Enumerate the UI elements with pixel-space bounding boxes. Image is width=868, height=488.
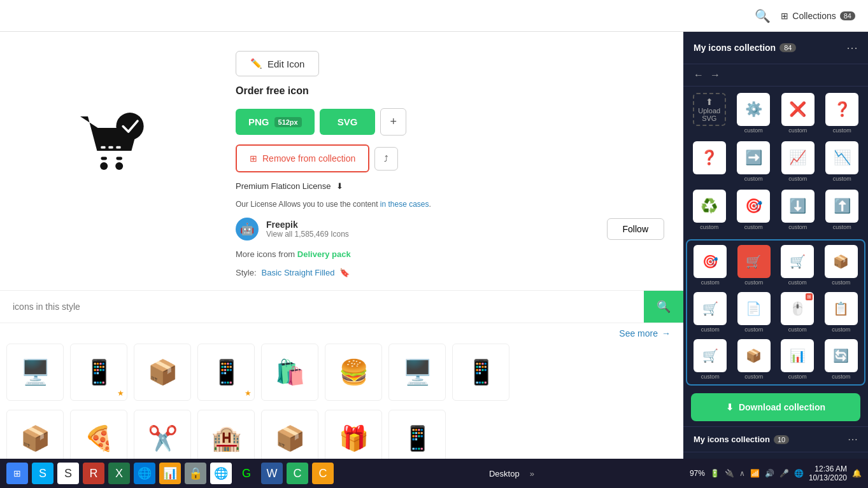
- png-download-button[interactable]: PNG 512px: [236, 109, 315, 135]
- nav-arrows: ← →: [683, 64, 868, 87]
- coll-icon-box: ⚙️: [737, 93, 770, 126]
- icon-item[interactable]: 🖥️: [6, 344, 64, 401]
- collection-icon: ⊞: [250, 153, 257, 164]
- start-button[interactable]: ⊞: [6, 463, 28, 484]
- icon-item[interactable]: 🖥️: [388, 344, 446, 401]
- hl-icon-box: 📦: [825, 245, 858, 278]
- icon-item[interactable]: 🏨: [197, 410, 255, 459]
- coll-icon-chart-down[interactable]: 📉 custom: [822, 139, 864, 185]
- icon-item[interactable]: 📱: [452, 344, 509, 401]
- hl-icon-doc2[interactable]: 📋 custom: [821, 290, 862, 335]
- collection-menu-button[interactable]: ⋯: [846, 41, 858, 55]
- search-input[interactable]: [0, 293, 644, 321]
- taskbar-skype[interactable]: S: [32, 463, 53, 484]
- taskbar-c-yellow[interactable]: C: [312, 463, 334, 484]
- icon-item[interactable]: 📱★: [70, 344, 127, 401]
- follow-button[interactable]: Follow: [607, 218, 664, 240]
- main-area: ✏️ Edit Icon Order free icon PNG 512px S…: [0, 32, 868, 459]
- edit-icon-label: Edit Icon: [267, 59, 304, 69]
- coll-icon-x[interactable]: ❌ custom: [777, 90, 819, 136]
- collection-row: ⊞ Remove from collection ⤴: [236, 144, 664, 172]
- see-more-link[interactable]: See more →: [619, 328, 671, 338]
- icon-item[interactable]: 🎁: [325, 410, 382, 459]
- author-row: 🤖 Freepik View all 1,585,469 Icons Follo…: [236, 218, 664, 241]
- size-badge: 512px: [274, 117, 302, 127]
- style-link[interactable]: Basic Straight Filled: [262, 268, 335, 277]
- taskbar-chrome[interactable]: 🌐: [210, 463, 232, 484]
- search-button[interactable]: 🔍: [755, 8, 771, 24]
- hl-icon-chart2[interactable]: 📊 custom: [777, 337, 818, 382]
- coll-icon-gear[interactable]: ⚙️ custom: [733, 90, 775, 136]
- svg-rect-5: [101, 146, 105, 149]
- coll-icon-box: ⬇️: [781, 190, 815, 223]
- taskbar-ie[interactable]: 🌐: [134, 463, 155, 484]
- plus-button[interactable]: +: [380, 108, 406, 136]
- share-button[interactable]: ⤴: [374, 147, 398, 171]
- taskbar-word[interactable]: W: [261, 463, 283, 484]
- coll-icon-box: ❓: [825, 93, 858, 126]
- taskbar-left: ⊞ S S R X 🌐 📊 🔒 🌐 G W C C: [6, 463, 334, 484]
- search-submit-button[interactable]: 🔍: [644, 291, 683, 323]
- icon-item[interactable]: 🛍️: [261, 344, 318, 401]
- coll-icon-q2[interactable]: ❓: [688, 139, 730, 185]
- coll-icon-arrow[interactable]: ➡️ custom: [733, 139, 775, 185]
- hl-icon-cart2[interactable]: 🛒 custom: [777, 243, 818, 288]
- back-button[interactable]: ←: [694, 69, 704, 81]
- taskbar-excel[interactable]: X: [108, 463, 130, 484]
- coll-icon-q1[interactable]: ❓ custom: [822, 90, 864, 136]
- taskbar-lock[interactable]: 🔒: [185, 463, 206, 484]
- hl-icon-box2[interactable]: 📦 custom: [734, 337, 775, 382]
- chevron-up-icon[interactable]: ∧: [739, 469, 745, 478]
- coll-icon-box: ❌: [781, 93, 815, 126]
- forward-button[interactable]: →: [710, 69, 720, 81]
- hl-icon-cart4[interactable]: 🛒 custom: [690, 337, 731, 382]
- network-icon: 🌐: [794, 469, 804, 478]
- icon-item[interactable]: 📦: [134, 344, 191, 401]
- icon-item[interactable]: ✂️: [134, 410, 191, 459]
- icon-item[interactable]: 📦: [261, 410, 318, 459]
- icon-item[interactable]: 🍕: [70, 410, 127, 459]
- hl-icon-doc1[interactable]: 📄 custom: [734, 290, 775, 335]
- license-link[interactable]: in these cases: [380, 200, 429, 209]
- svg-rect-6: [108, 146, 113, 149]
- taskbar-g[interactable]: G: [236, 463, 257, 484]
- hl-icon-cart1[interactable]: 🛒 custom: [734, 243, 775, 288]
- edit-icon: ✏️: [250, 58, 262, 69]
- upload-icon-item[interactable]: ⬆ Upload SVG: [688, 90, 730, 136]
- top-icons-grid: ⬆ Upload SVG ⚙️ custom ❌ custom ❓ custom…: [683, 87, 868, 237]
- speaker-icon: 🔊: [765, 469, 774, 478]
- style-row: Style: Basic Straight Filled 🔖: [236, 268, 664, 277]
- icon-item[interactable]: 📦: [6, 410, 64, 459]
- taskbar-charts[interactable]: 📊: [159, 463, 181, 484]
- coll-icon-down2[interactable]: ⬇️ custom: [777, 187, 819, 233]
- svg-download-button[interactable]: SVG: [320, 109, 376, 135]
- hl-icon-box1[interactable]: 📦 custom: [821, 243, 862, 288]
- icon-item[interactable]: 📱★: [197, 344, 255, 401]
- icons-row-1: 🖥️ 📱★ 📦 📱★ 🛍️ 🍔 🖥️ 📱: [0, 344, 683, 401]
- remove-from-collection-button[interactable]: ⊞ Remove from collection: [236, 144, 369, 172]
- coll-icon-recycle[interactable]: ♻️ custom: [688, 187, 730, 233]
- download-collection-button[interactable]: ⬇ Download collection: [691, 393, 860, 421]
- lower-coll-menu-1[interactable]: ⋯: [848, 433, 858, 445]
- taskbar-r[interactable]: R: [83, 463, 104, 484]
- taskbar-word-s[interactable]: S: [57, 463, 79, 484]
- icon-item[interactable]: 🍔: [325, 344, 382, 401]
- coll-icon-chart-up[interactable]: 📈 custom: [777, 139, 819, 185]
- clock-time: 12:36 AM: [815, 464, 847, 473]
- lower-collection-2: NOS Waste Assessment 29 ⋯: [683, 452, 868, 459]
- hl-icon-refresh[interactable]: 🔄 custom: [821, 337, 862, 382]
- delivery-link[interactable]: Delivery pack: [297, 249, 351, 259]
- hl-icon-cursor[interactable]: 🖱️ ⊞ custom: [777, 290, 818, 335]
- notification-icon[interactable]: 🔔: [852, 469, 862, 478]
- coll-icon-target[interactable]: 🎯 custom: [733, 187, 775, 233]
- taskbar-c-green[interactable]: C: [287, 463, 308, 484]
- edit-icon-button[interactable]: ✏️ Edit Icon: [236, 51, 319, 76]
- license-sub: Our License Allows you to use the conten…: [236, 200, 664, 209]
- author-info: Freepik View all 1,585,469 Icons: [266, 220, 349, 239]
- collections-button[interactable]: ⊞ Collections 84: [781, 11, 855, 21]
- hl-icon-cart3[interactable]: 🛒 custom: [690, 290, 731, 335]
- coll-icon-up2[interactable]: ⬆️ custom: [822, 187, 864, 233]
- icon-controls: ✏️ Edit Icon Order free icon PNG 512px S…: [236, 45, 664, 277]
- hl-icon-target[interactable]: 🎯 custom: [690, 243, 731, 288]
- icon-item[interactable]: 📱: [388, 410, 446, 459]
